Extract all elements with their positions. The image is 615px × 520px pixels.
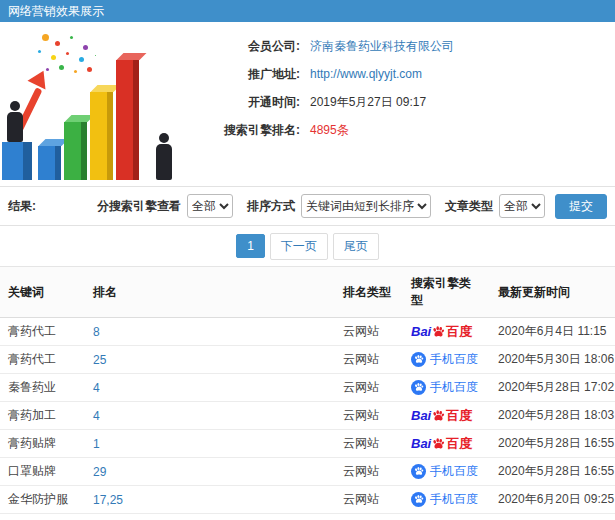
time-cell: 2020年6月20日 09:25	[490, 486, 615, 514]
keyword-cell: 福建防护服	[0, 514, 85, 520]
pedestal-block	[2, 142, 32, 180]
rank-type-cell: 云网站	[335, 346, 403, 374]
table-header-row: 关键词 排名 排名类型 搜索引擎类型 最新更新时间	[0, 267, 615, 318]
engine-filter-label: 分搜索引擎查看	[97, 198, 181, 215]
rank-link[interactable]: 8	[93, 325, 100, 339]
page-title: 网络营销效果展示	[8, 4, 104, 18]
mobile-baidu-icon	[411, 492, 426, 507]
result-label: 结果:	[8, 198, 36, 215]
rank-type-cell: 云网站	[335, 458, 403, 486]
table-row: 金华防护服 17,25 云网站 Bai 百度 手机百度 2020年6月20日 0…	[0, 486, 615, 514]
keyword-cell: 膏药加工	[0, 402, 85, 430]
baidu-paw-icon	[432, 325, 445, 338]
col-keyword: 关键词	[0, 267, 85, 318]
promo-url-label: 推广地址:	[182, 66, 300, 83]
sort-select[interactable]: 关键词由短到长排序	[301, 194, 431, 218]
rank-link[interactable]: 17,25	[93, 493, 123, 507]
open-time-value: 2019年5月27日 09:17	[310, 94, 426, 111]
bar-chart-graphic	[38, 60, 139, 180]
rank-cell: 8	[85, 318, 335, 346]
mobile-baidu-logo: 手机百度	[411, 352, 478, 367]
table-row: 口罩贴牌 29 云网站 Bai 百度 手机百度 2020年5月28日 16:55	[0, 458, 615, 486]
baidu-logo: Bai 百度	[411, 437, 472, 450]
filter-controls: 分搜索引擎查看 全部 排序方式 关键词由短到长排序 文章类型 全部 提交	[83, 194, 607, 219]
keyword-cell: 膏药贴牌	[0, 430, 85, 458]
rank-type-cell: 云网站	[335, 318, 403, 346]
results-table: 关键词 排名 排名类型 搜索引擎类型 最新更新时间 膏药代工 8 云网站 Bai…	[0, 266, 615, 520]
rank-count-label: 搜索引擎排名:	[182, 122, 300, 139]
engine-cell: Bai 百度 手机百度	[403, 430, 490, 458]
rank-link[interactable]: 4	[93, 381, 100, 395]
mobile-baidu-icon	[411, 464, 426, 479]
person-figure-right	[156, 133, 172, 180]
submit-button[interactable]: 提交	[555, 194, 607, 219]
rank-cell: 29	[85, 458, 335, 486]
rank-link[interactable]: 29	[93, 465, 106, 479]
title-bar: 网络营销效果展示	[0, 0, 615, 22]
table-row: 秦鲁药业 4 云网站 Bai 百度 手机百度 2020年5月28日 17:02	[0, 374, 615, 402]
baidu-logo: Bai 百度	[411, 409, 472, 422]
rank-cell: 17,25	[85, 486, 335, 514]
mobile-baidu-logo: 手机百度	[411, 380, 478, 395]
engine-filter-select[interactable]: 全部	[187, 194, 233, 218]
article-type-select[interactable]: 全部	[499, 194, 545, 218]
time-cell: 2020年5月28日 16:55	[490, 430, 615, 458]
engine-cell: Bai 百度 手机百度	[403, 402, 490, 430]
engine-cell: Bai 百度 手机百度	[403, 374, 490, 402]
mobile-baidu-logo: 手机百度	[411, 464, 478, 479]
person-figure-left	[7, 101, 23, 142]
rank-cell: 10	[85, 514, 335, 520]
promo-url-row: 推广地址: http://www.qlyyjt.com	[182, 60, 607, 88]
engine-cell: Bai 百度 手机百度	[403, 514, 490, 520]
rank-link[interactable]: 25	[93, 353, 106, 367]
col-engine-type: 搜索引擎类型	[403, 267, 490, 318]
pagination: 1 下一页 尾页	[0, 226, 615, 266]
table-row: 膏药代工 25 云网站 Bai 百度 手机百度 2020年5月30日 18:06	[0, 346, 615, 374]
page: 网络营销效果展示 会员公司: 济南秦鲁药业科技有限公司 推广地址:	[0, 0, 615, 520]
confetti-dots-icon	[42, 34, 49, 41]
rank-cell: 25	[85, 346, 335, 374]
page-next-button[interactable]: 下一页	[270, 233, 328, 260]
time-cell: 2020年5月28日 18:03	[490, 402, 615, 430]
page-last-button[interactable]: 尾页	[333, 233, 379, 260]
mobile-baidu-icon	[411, 352, 426, 367]
filter-bar: 结果: 分搜索引擎查看 全部 排序方式 关键词由短到长排序 文章类型 全部 提交	[0, 186, 615, 226]
sort-label: 排序方式	[247, 198, 295, 215]
page-current[interactable]: 1	[236, 234, 265, 258]
promo-url-link[interactable]: http://www.qlyyjt.com	[310, 67, 422, 81]
article-type-label: 文章类型	[445, 198, 493, 215]
rank-type-cell: 云网站	[335, 514, 403, 520]
keyword-cell: 秦鲁药业	[0, 374, 85, 402]
engine-cell: Bai 百度 手机百度	[403, 458, 490, 486]
keyword-cell: 口罩贴牌	[0, 458, 85, 486]
rank-type-cell: 云网站	[335, 402, 403, 430]
col-updated: 最新更新时间	[490, 267, 615, 318]
time-cell: 2020年5月30日 18:06	[490, 346, 615, 374]
rank-cell: 1	[85, 430, 335, 458]
rank-cell: 4	[85, 402, 335, 430]
table-row: 膏药贴牌 1 云网站 Bai 百度 手机百度 2020年5月28日 16:55	[0, 430, 615, 458]
rank-type-cell: 云网站	[335, 486, 403, 514]
table-row: 膏药代工 8 云网站 Bai 百度 手机百度 2020年6月4日 11:15	[0, 318, 615, 346]
keyword-cell: 膏药代工	[0, 346, 85, 374]
time-cell: 2020年6月4日 11:15	[490, 318, 615, 346]
company-link[interactable]: 济南秦鲁药业科技有限公司	[310, 38, 454, 55]
mobile-baidu-icon	[411, 380, 426, 395]
time-cell: 2020年5月28日 16:55	[490, 458, 615, 486]
col-rank: 排名	[85, 267, 335, 318]
rank-count-value: 4895条	[310, 122, 349, 139]
table-row: 福建防护服 10 云网站 Bai 百度 手机百度 2020年6月4日 11:10	[0, 514, 615, 520]
baidu-paw-icon	[432, 437, 445, 450]
promo-illustration	[2, 26, 180, 184]
time-cell: 2020年5月28日 17:02	[490, 374, 615, 402]
rank-cell: 4	[85, 374, 335, 402]
keyword-cell: 膏药代工	[0, 318, 85, 346]
member-info: 会员公司: 济南秦鲁药业科技有限公司 推广地址: http://www.qlyy…	[182, 32, 607, 144]
company-row: 会员公司: 济南秦鲁药业科技有限公司	[182, 32, 607, 60]
baidu-logo: Bai 百度	[411, 325, 472, 338]
rank-count-row: 搜索引擎排名: 4895条	[182, 116, 607, 144]
rank-link[interactable]: 1	[93, 437, 100, 451]
company-label: 会员公司:	[182, 38, 300, 55]
rank-type-cell: 云网站	[335, 374, 403, 402]
rank-link[interactable]: 4	[93, 409, 100, 423]
